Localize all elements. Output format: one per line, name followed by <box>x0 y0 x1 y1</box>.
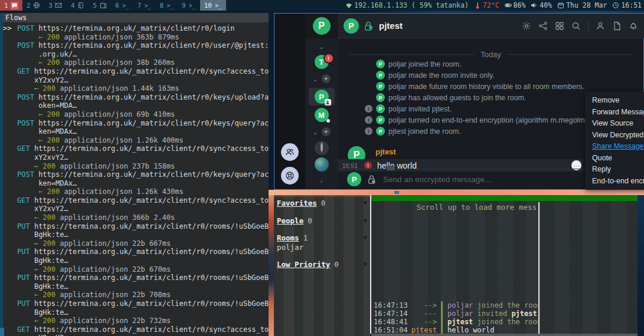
menu-item-share-message[interactable]: Share Message <box>585 141 644 153</box>
selected-room[interactable]: P <box>309 88 335 106</box>
workspace-button-1[interactable]: 1 <box>0 0 22 11</box>
flow-url-line: xY2xvY2… <box>3 76 269 85</box>
event-text: pjtest joined the room. <box>388 127 461 136</box>
composer-lock-icon <box>367 174 377 185</box>
event-warning-icon: ! <box>365 127 372 135</box>
flow-item[interactable]: PUT https://termina.org.uk/_matrix/clien… <box>3 299 269 325</box>
workspace-button-7[interactable]: 7>_ <box>133 0 156 11</box>
section-people[interactable]: People0▼ <box>274 216 370 225</box>
workspace-button-2[interactable]: 2 <box>22 0 45 11</box>
person-icon[interactable] <box>596 21 605 31</box>
section-low-priority[interactable]: Low Priority0▼ <box>274 260 370 269</box>
flow-item[interactable]: GET https://termina.org.uk/_matrix/clien… <box>3 196 269 222</box>
collapse-triangle-icon[interactable]: ▼ <box>363 234 367 242</box>
menu-item-quote[interactable]: Quote <box>585 153 644 164</box>
flow-url-line: xY2xvY2… <box>3 334 269 336</box>
flow-item[interactable]: GET https://termina.org.uk/_matrix/clien… <box>3 325 269 336</box>
section-rooms[interactable]: Rooms1▼ <box>274 233 370 242</box>
flow-item[interactable]: PUT https://termina.org.uk/_matrix/clien… <box>3 222 269 248</box>
userlist-divider[interactable] <box>538 202 540 334</box>
flow-item[interactable]: PUT https://termina.org.uk/_matrix/clien… <box>3 248 269 274</box>
section-label: People <box>277 216 303 225</box>
document-icon[interactable] <box>612 21 622 31</box>
room-avatar[interactable]: M <box>315 108 329 122</box>
workspace-button-6[interactable]: 6>_ <box>111 0 133 11</box>
menu-item-forward-message[interactable]: Forward Message <box>585 107 644 118</box>
room-entry[interactable]: T! <box>315 55 329 69</box>
section-chevron-icon[interactable]: ⌄ <box>312 129 318 136</box>
gomuks-input-bar[interactable] <box>371 334 638 336</box>
globe-room-avatar[interactable] <box>315 157 329 172</box>
response-code: 200 <box>43 162 55 170</box>
flow-url-line: PUT https://termina.org.uk/_matrix/clien… <box>3 248 269 256</box>
room-list-item[interactable]: poljar <box>274 242 370 252</box>
flow-item[interactable]: GET https://termina.org.uk/_matrix/clien… <box>3 67 269 93</box>
menu-item-remove[interactable]: Remove <box>585 95 644 107</box>
flow-url-line: POST https://termina.org.uk/_matrix/clie… <box>3 41 269 50</box>
workspace-number: 2 <box>27 2 31 9</box>
message-input[interactable]: Send an encrypted message... <box>383 175 491 184</box>
room-list-panel: P ⌄T!⌄+PM⌄+› <box>305 14 338 189</box>
collapse-triangle-icon[interactable]: ▼ <box>363 261 367 268</box>
flow-item[interactable]: POST https://termina.org.uk/_matrix/clie… <box>3 93 269 119</box>
workspace-button-5[interactable]: 5 <box>89 0 112 11</box>
workspace-number: 6 <box>115 2 119 9</box>
room-avatar[interactable]: P <box>344 18 359 34</box>
tower-room-avatar[interactable] <box>315 141 329 155</box>
response-arrow: ← <box>38 187 47 196</box>
explore-button[interactable] <box>281 167 299 185</box>
collapse-chevron-icon[interactable]: ⌄ <box>319 43 324 50</box>
room-entry[interactable] <box>315 141 329 155</box>
collapse-triangle-icon[interactable]: ▼ <box>363 199 367 207</box>
room-entry[interactable]: M <box>315 108 329 122</box>
user-avatar[interactable]: P <box>313 17 331 35</box>
section-chevron-icon[interactable]: ⌄ <box>312 75 318 83</box>
workspace-button-10[interactable]: 10>_ <box>200 0 226 11</box>
add-room-button[interactable]: + <box>322 74 331 83</box>
event-avatar: P <box>376 93 385 102</box>
flow-item[interactable]: POST https://termina.org.uk/_matrix/clie… <box>3 41 269 67</box>
workspace-button-3[interactable]: 3 <box>44 0 67 11</box>
menu-item-view-decrypted-source[interactable]: View Decrypted Source <box>585 130 644 141</box>
room-avatar[interactable]: P <box>315 90 329 104</box>
bell-icon[interactable] <box>629 21 638 31</box>
log-line: 16:47:13-->poljar joined the room. <box>374 301 538 309</box>
collapse-triangle-icon[interactable]: ▼ <box>363 217 367 225</box>
share-icon[interactable] <box>538 21 548 31</box>
flow-url: https://termina.org.uk/_matrix/client/r0… <box>30 222 269 230</box>
workspace-number: 4 <box>71 2 75 9</box>
expand-chevron-icon[interactable]: › <box>321 177 323 185</box>
thermometer-icon <box>474 2 481 9</box>
workspace-button-8[interactable]: 8>_ <box>155 0 178 11</box>
gear-icon[interactable] <box>522 21 531 31</box>
flow-item[interactable]: POST https://termina.org.uk/_matrix/clie… <box>3 170 269 196</box>
section-label: Low Priority <box>277 260 330 269</box>
flow-response: ← 200 application/json 38b 260ms <box>3 58 269 67</box>
menu-item-reply[interactable]: Reply <box>585 164 644 176</box>
wallpaper-strip <box>269 190 644 195</box>
people-button[interactable] <box>281 143 299 161</box>
menu-item-view-source[interactable]: View Source <box>585 118 644 130</box>
flow-item[interactable]: GET https://termina.org.uk/_matrix/clien… <box>3 144 269 170</box>
flow-item[interactable]: PUT https://termina.org.uk/_matrix/clien… <box>3 274 269 299</box>
flow-item[interactable]: POST https://termina.org.uk/_matrix/clie… <box>3 119 269 145</box>
room-entry[interactable] <box>315 157 329 172</box>
workspace-list: 123456>_7>_8>_9>_10>_ <box>0 0 226 11</box>
workspace-button-9[interactable]: 9>_ <box>178 0 200 11</box>
section-favorites[interactable]: Favorites0▼ <box>274 199 370 207</box>
section-header: Rooms1▼ <box>277 233 367 242</box>
flow-response: ← 200 application/json 1.26k 430ms <box>3 187 269 196</box>
section-label: Rooms <box>277 233 299 242</box>
room-avatar[interactable]: T! <box>315 55 329 69</box>
grid-icon[interactable] <box>555 21 564 31</box>
add-room-button[interactable]: + <box>322 127 331 136</box>
search-icon[interactable] <box>571 21 581 31</box>
section-header: Favorites0▼ <box>277 199 367 207</box>
response-meta: application/json 1.44k 163ms <box>55 84 179 93</box>
flow-url-continuation: ken=MDAx… <box>38 179 77 187</box>
flow-item[interactable]: >>POST https://termina.org.uk/_matrix/cl… <box>3 24 269 41</box>
section-header: People0▼ <box>277 216 367 225</box>
menu-item-end-to-end-encryption-information[interactable]: End-to-end encryption information <box>585 176 644 187</box>
wallpaper-sliver-left <box>269 195 274 336</box>
workspace-button-4[interactable]: 4 <box>67 0 89 11</box>
